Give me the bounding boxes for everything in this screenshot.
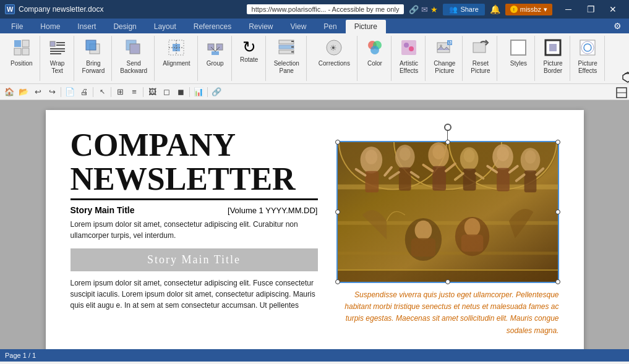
styles-button[interactable]: Styles	[506, 37, 531, 77]
minimize-button[interactable]: ─	[557, 0, 580, 19]
artistic-effects-button[interactable]: ArtisticEffects	[396, 37, 421, 77]
table-button[interactable]: ⊞	[113, 86, 127, 98]
settings-button[interactable]: ⚙	[609, 19, 627, 33]
send-backward-button[interactable]: SendBackward	[117, 37, 150, 77]
alignment-icon	[168, 39, 185, 59]
change-picture-label: ChangePicture	[434, 60, 455, 75]
picture-effects-button[interactable]: PictureEffects	[575, 37, 601, 77]
svg-rect-2	[14, 40, 21, 47]
svg-rect-15	[130, 44, 140, 54]
svg-rect-43	[473, 43, 486, 53]
group-label: Group	[207, 60, 224, 67]
alignment-button[interactable]: Alignment	[160, 37, 193, 77]
wrap-text-button[interactable]: WrapText	[45, 37, 70, 77]
url-bar[interactable]: https://www.polarisoffic... - Accessible…	[247, 4, 404, 14]
link-toolbar-button[interactable]: 🔗	[210, 86, 223, 98]
cursor-tool-button[interactable]: ↖	[95, 86, 109, 98]
document-page: COMPANY NEWSLETTER Story Main Title [Vol…	[46, 110, 584, 349]
rotate-label: Rotate	[240, 56, 258, 64]
chevron-down-icon: ▾	[544, 6, 547, 14]
ribbon-group-picture-border: PictureBorder	[536, 36, 570, 81]
tab-home[interactable]: Home	[32, 20, 69, 33]
reset-picture-button[interactable]: ResetPicture	[468, 37, 493, 77]
story-main-title: Story Main Title	[71, 205, 135, 215]
svg-rect-44	[511, 40, 526, 55]
resize-handle-bl[interactable]	[335, 279, 340, 284]
svg-rect-115	[338, 142, 558, 282]
resize-handle-tm[interactable]	[445, 140, 450, 145]
change-picture-icon: ↺	[436, 39, 453, 59]
toolbar-separator-4	[143, 87, 143, 97]
tab-references[interactable]: References	[185, 20, 240, 33]
undo-button[interactable]: ↩	[31, 86, 45, 98]
selection-pane-button[interactable]: SelectionPane	[271, 37, 302, 77]
bring-forward-button[interactable]: BringForward	[79, 37, 108, 77]
list-button[interactable]: ≡	[127, 86, 141, 98]
warning-icon: !	[510, 6, 518, 13]
tab-bar: File Home Insert Design Layout Reference…	[0, 19, 629, 33]
cut-by-aspect-ratio-button[interactable]: Cut ByAspect Ratio	[614, 85, 629, 101]
image-wrapper	[336, 141, 559, 283]
restore-button[interactable]: ❐	[580, 0, 602, 19]
color-button[interactable]: Color	[362, 37, 387, 77]
artistic-effects-label: ArtisticEffects	[400, 60, 418, 75]
picture-border-label: PictureBorder	[543, 60, 562, 75]
title-bar: W Company newsletter.docx https://www.po…	[0, 0, 629, 19]
toolbar-separator-6	[207, 87, 208, 97]
status-bar: Page 1 / 1	[0, 349, 629, 362]
resize-handle-mr[interactable]	[555, 210, 560, 214]
tab-pen[interactable]: Pen	[315, 20, 345, 33]
svg-rect-3	[22, 40, 29, 47]
user-menu-button[interactable]: ! missbz ▾	[505, 4, 552, 15]
ribbon-group-wrap: WrapText	[41, 36, 74, 81]
group-button[interactable]: Group	[203, 37, 228, 77]
new-document-button[interactable]: 📄	[63, 86, 77, 98]
print-button[interactable]: 🖨	[77, 86, 91, 98]
story-volume: [Volume 1 YYYY.MM.DD]	[228, 206, 317, 215]
ribbon-group-corrections: ☀ Corrections	[312, 36, 357, 81]
shape-button[interactable]: ◻	[160, 86, 173, 98]
bring-forward-label: BringForward	[82, 60, 105, 75]
styles-icon	[510, 39, 527, 59]
tab-picture[interactable]: Picture	[346, 20, 386, 33]
resize-handle-bm[interactable]	[445, 279, 450, 284]
position-icon	[13, 39, 30, 59]
resize-handle-tr[interactable]	[555, 140, 560, 145]
image-button[interactable]: 🖼	[145, 86, 159, 98]
notifications-button[interactable]: 🔔	[485, 4, 505, 14]
tab-layout[interactable]: Layout	[145, 20, 185, 33]
chart-button[interactable]: 📊	[192, 86, 205, 98]
resize-handle-br[interactable]	[555, 279, 560, 284]
document-area: COMPANY NEWSLETTER Story Main Title [Vol…	[0, 100, 629, 349]
ribbon-group-alignment: Alignment	[156, 36, 197, 81]
artistic-effects-icon	[400, 39, 417, 59]
position-button[interactable]: Position	[7, 37, 36, 77]
home-toolbar-button[interactable]: 🏠	[2, 86, 16, 98]
resize-handle-tl[interactable]	[335, 140, 340, 145]
svg-point-37	[404, 43, 409, 48]
ribbon-group-change-picture: ↺ ChangePicture	[427, 36, 463, 81]
svg-text:↺: ↺	[448, 40, 452, 46]
redo-button[interactable]: ↪	[45, 86, 59, 98]
ribbon-group-selection: SelectionPane	[267, 36, 307, 81]
shape2-button[interactable]: ◼	[174, 86, 187, 98]
picture-border-button[interactable]: PictureBorder	[540, 37, 565, 77]
corrections-button[interactable]: ☀ Corrections	[315, 37, 353, 77]
rotate-handle[interactable]	[444, 124, 451, 131]
tab-insert[interactable]: Insert	[69, 20, 105, 33]
svg-text:W: W	[7, 6, 14, 13]
open-file-button[interactable]: 📂	[17, 86, 30, 98]
tab-file[interactable]: File	[2, 20, 32, 33]
tab-view[interactable]: View	[282, 20, 315, 33]
ribbon-group-position: Position	[4, 36, 40, 81]
tab-review[interactable]: Review	[240, 20, 281, 33]
share-button[interactable]: 👥 Share	[443, 4, 484, 15]
change-picture-button[interactable]: ↺ ChangePicture	[430, 37, 458, 77]
rotate-button[interactable]: ↻ Rotate	[237, 37, 262, 77]
tab-design[interactable]: Design	[105, 20, 145, 33]
close-button[interactable]: ✕	[602, 0, 624, 19]
resize-handle-ml[interactable]	[335, 210, 340, 214]
crop-to-shape-button[interactable]: Crop toShape	[620, 69, 629, 85]
crop-button[interactable]: Crop	[626, 37, 629, 69]
selected-image[interactable]	[336, 141, 559, 283]
